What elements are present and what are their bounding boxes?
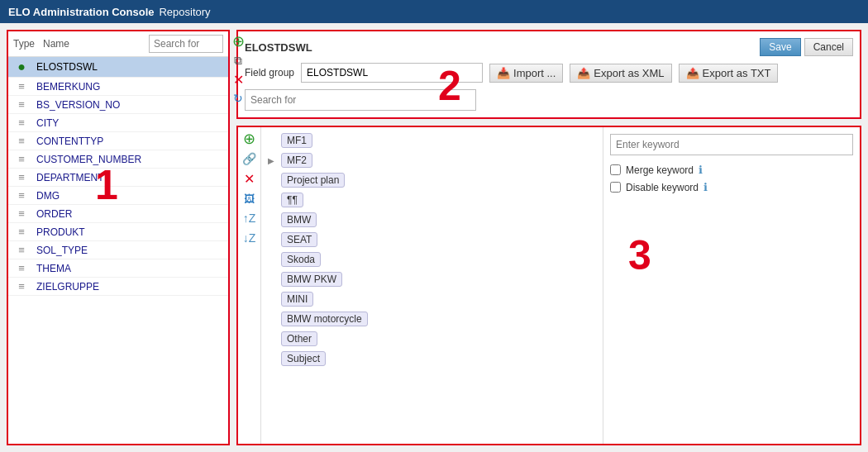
kw-tag: ¶¶ <box>281 193 303 207</box>
item-name: ELOSTDSWL <box>36 61 223 73</box>
top-right-section: ELOSTDSWL Save Cancel Field group 📥 Impo… <box>236 30 861 119</box>
disable-keyword-checkbox[interactable] <box>610 182 621 193</box>
search-row <box>245 89 853 111</box>
kw-tag: BMW motorcycle <box>281 312 368 326</box>
kw-delete-icon[interactable]: ✕ <box>241 170 258 187</box>
keyword-list: MF1▶MF2Project plan¶¶BMWSEATSkodaBMW PKW… <box>261 127 603 444</box>
item-name: ORDER <box>36 208 223 220</box>
left-panel: Type Name ●ELOSTDSWL≡BEMERKUNG≡BS_VERSIO… <box>7 30 230 445</box>
list-item[interactable]: ≡CITY <box>8 114 228 132</box>
add-icon[interactable]: ⊕ <box>230 33 246 50</box>
list-item[interactable]: ≡ORDER <box>8 205 228 223</box>
keyword-item[interactable]: Other <box>261 329 603 349</box>
keyword-item[interactable]: MINI <box>261 289 603 309</box>
list-item[interactable]: ≡CUSTOMER_NUMBER <box>8 150 228 169</box>
list-item[interactable]: ≡DMG <box>8 187 228 205</box>
export-txt-button[interactable]: 📤 Export as TXT <box>679 64 779 83</box>
save-button[interactable]: Save <box>760 38 800 56</box>
item-name: CUSTOMER_NUMBER <box>36 154 223 165</box>
disable-keyword-info-icon[interactable]: ℹ <box>703 181 708 193</box>
left-list: ●ELOSTDSWL≡BEMERKUNG≡BS_VERSION_NO≡CITY≡… <box>8 57 228 444</box>
left-panel-toolbar: ⊕ ⧉ ✕ ↻ <box>230 33 246 107</box>
keyword-item[interactable]: BMW <box>261 210 603 230</box>
delete-icon[interactable]: ✕ <box>230 71 246 88</box>
list-item[interactable]: ≡BEMERKUNG <box>8 78 228 96</box>
col-type-label: Type <box>13 38 38 50</box>
kw-tag: Project plan <box>281 173 345 188</box>
export-xml-button[interactable]: 📤 Export as XML <box>570 64 671 83</box>
merge-keyword-checkbox[interactable] <box>610 164 621 175</box>
kw-copy-icon[interactable]: 🔗 <box>241 150 258 167</box>
merge-keyword-info-icon[interactable]: ℹ <box>699 164 703 176</box>
item-name: DMG <box>36 190 223 202</box>
keyword-search-input[interactable] <box>245 89 476 111</box>
kw-tag: SEAT <box>281 232 317 247</box>
list-item[interactable]: ≡ZIELGRUPPE <box>8 278 228 296</box>
section-title: ELOSTDSWL <box>245 41 312 54</box>
keyword-item[interactable]: ▶MF2 <box>261 150 603 170</box>
export-txt-icon: 📤 <box>686 67 699 79</box>
item-name: SOL_TYPE <box>36 245 223 256</box>
merge-keyword-row: Merge keyword ℹ <box>610 164 853 176</box>
disable-keyword-row: Disable keyword ℹ <box>610 181 853 193</box>
export-xml-icon: 📤 <box>577 67 590 79</box>
list-item[interactable]: ≡DEPARTMENT <box>8 169 228 187</box>
left-search-input[interactable] <box>149 35 223 53</box>
item-name: BEMERKUNG <box>36 81 223 93</box>
item-name: PRODUKT <box>36 226 223 238</box>
disable-keyword-label: Disable keyword <box>626 182 699 193</box>
list-item[interactable]: ≡SOL_TYPE <box>8 241 228 259</box>
bottom-right-section: ⊕ 🔗 ✕ 🖼 ↑Z ↓Z MF1▶MF2Project plan¶¶BMWSE… <box>236 126 861 445</box>
kw-tag: Subject <box>281 351 326 366</box>
kw-tag: Skoda <box>281 252 321 267</box>
kw-sort-desc-icon[interactable]: ↓Z <box>241 230 258 246</box>
field-group-input[interactable] <box>301 63 483 83</box>
field-group-row: Field group 📥 Import ... 📤 Export as XML… <box>245 63 853 83</box>
item-name: ZIELGRUPPE <box>36 281 223 293</box>
kw-expand-icon: ▶ <box>268 156 276 165</box>
keyword-enter-input[interactable] <box>610 134 853 155</box>
keyword-item[interactable]: BMW PKW <box>261 269 603 289</box>
item-name: CITY <box>36 117 223 129</box>
keyword-item[interactable]: Subject <box>261 349 603 369</box>
list-item[interactable]: ●ELOSTDSWL <box>8 57 228 78</box>
kw-add-icon[interactable]: ⊕ <box>241 131 258 147</box>
col-name-label: Name <box>43 38 144 50</box>
item-type-icon: ≡ <box>13 189 30 202</box>
kw-tag: BMW PKW <box>281 272 342 287</box>
item-type-icon: ≡ <box>13 244 30 256</box>
kw-tag: BMW <box>281 212 317 227</box>
titlebar: ELO Administration Console Repository <box>0 0 868 23</box>
item-type-icon: ≡ <box>13 207 30 220</box>
copy-icon[interactable]: ⧉ <box>230 52 246 69</box>
left-panel-header: Type Name <box>8 31 228 57</box>
keyword-item[interactable]: ¶¶ <box>261 190 603 210</box>
item-type-icon: ≡ <box>13 98 30 111</box>
keyword-item[interactable]: Project plan <box>261 170 603 190</box>
keyword-item[interactable]: SEAT <box>261 230 603 250</box>
list-item[interactable]: ≡CONTENTTYP <box>8 132 228 150</box>
item-type-icon: ≡ <box>13 153 30 165</box>
import-button[interactable]: 📥 Import ... <box>489 64 563 83</box>
list-item[interactable]: ≡THEMA <box>8 259 228 278</box>
kw-tag: Other <box>281 331 317 346</box>
item-type-icon: ≡ <box>13 262 30 274</box>
kw-tag: MINI <box>281 292 313 307</box>
keyword-item[interactable]: BMW motorcycle <box>261 309 603 329</box>
kw-sort-asc-icon[interactable]: ↑Z <box>241 210 258 226</box>
kw-tag: MF2 <box>281 153 312 168</box>
app-name: ELO Administration Console <box>8 6 154 18</box>
kw-image-icon[interactable]: 🖼 <box>241 190 258 207</box>
list-item[interactable]: ≡BS_VERSION_NO <box>8 96 228 114</box>
cancel-button[interactable]: Cancel <box>804 38 853 56</box>
item-type-icon: ≡ <box>13 117 30 129</box>
keyword-item[interactable]: MF1 <box>261 131 603 150</box>
module-name: Repository <box>159 6 210 18</box>
item-name: BS_VERSION_NO <box>36 99 223 111</box>
keyword-item[interactable]: Skoda <box>261 250 603 269</box>
item-type-icon: ● <box>13 59 30 74</box>
item-type-icon: ≡ <box>13 135 30 147</box>
list-item[interactable]: ≡PRODUKT <box>8 223 228 241</box>
refresh-icon[interactable]: ↻ <box>230 90 246 107</box>
item-name: CONTENTTYP <box>36 136 223 147</box>
